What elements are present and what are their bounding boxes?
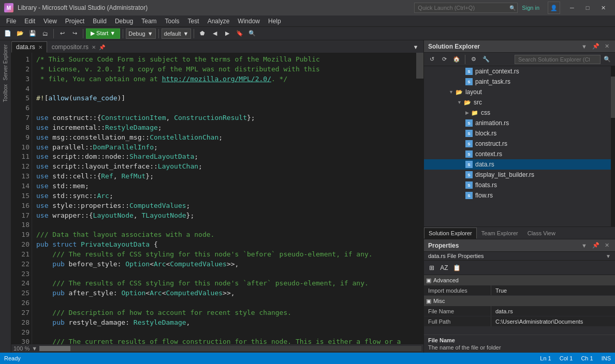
- status-bar: Ready Ln 1 Col 1 Ch 1 INS: [0, 353, 615, 364]
- toolbar-redo[interactable]: ↪: [69, 28, 80, 39]
- se-tab-class-view[interactable]: Class View: [523, 228, 560, 239]
- sidebar-tab-toolbox[interactable]: Toolbox: [2, 82, 9, 104]
- sidebar-tab-server-explorer[interactable]: Server Explorer: [2, 42, 9, 82]
- se-item-label: paint_context.rs: [475, 68, 519, 75]
- horizontal-scrollbar-thumb[interactable]: [39, 346, 70, 351]
- minimize-button[interactable]: ─: [564, 3, 580, 13]
- start-button[interactable]: ▶ Start ▼: [86, 28, 120, 39]
- menu-file[interactable]: File: [2, 16, 20, 27]
- se-item-layout[interactable]: ▼ 📂 layout: [424, 87, 615, 97]
- tab-data-rs[interactable]: data.rs ✕: [11, 41, 47, 53]
- menu-view[interactable]: View: [39, 16, 61, 27]
- se-scrollbar[interactable]: [611, 66, 615, 226]
- se-tab-solution-explorer[interactable]: Solution Explorer: [424, 228, 477, 239]
- vertical-scrollbar-thumb[interactable]: [416, 53, 423, 79]
- props-section-misc-header[interactable]: ▣ Misc: [424, 296, 615, 306]
- toolbar-save-all[interactable]: 🗂: [39, 28, 51, 39]
- quick-launch-input[interactable]: [414, 3, 518, 13]
- rs-icon: S: [465, 140, 473, 147]
- se-home-btn[interactable]: 🏠: [451, 54, 462, 65]
- se-tabs: Solution Explorer Team Explorer Class Vi…: [424, 226, 615, 239]
- se-search-input[interactable]: [515, 55, 601, 64]
- se-item-flow[interactable]: S flow.rs: [424, 190, 615, 201]
- toolbar-breakpoint[interactable]: ⬟: [197, 28, 208, 39]
- menu-debug[interactable]: Debug: [111, 16, 137, 27]
- person-icon[interactable]: 👤: [548, 2, 560, 14]
- menu-build[interactable]: Build: [89, 16, 111, 27]
- code-content[interactable]: /* This Source Code Form is subject to t…: [32, 53, 423, 344]
- sign-in-link[interactable]: Sign in: [522, 5, 539, 11]
- menu-team[interactable]: Team: [137, 16, 160, 27]
- props-property-pages-btn[interactable]: 📋: [451, 263, 462, 273]
- toolbar-open[interactable]: 📂: [14, 28, 26, 39]
- vs-logo-icon: M: [4, 3, 13, 12]
- toolbar-find[interactable]: 🔍: [246, 28, 258, 39]
- se-header-icons: ▼ 📌 ✕: [580, 42, 611, 50]
- tab-data-rs-close[interactable]: ✕: [38, 44, 42, 50]
- props-categories-btn[interactable]: ⊞: [426, 263, 437, 273]
- se-item-src[interactable]: ▼ 📂 src: [424, 97, 615, 108]
- tab-list-button[interactable]: ▼: [410, 41, 421, 53]
- se-item-block[interactable]: S block.rs: [424, 128, 615, 139]
- toolbar-nav2[interactable]: ▶: [222, 28, 233, 39]
- close-button[interactable]: ✕: [595, 3, 611, 13]
- restore-button[interactable]: □: [580, 3, 595, 13]
- zoom-dropdown[interactable]: ▼: [32, 345, 37, 352]
- se-item-animation[interactable]: S animation.rs: [424, 118, 615, 128]
- props-description: File Name The name of the file or folder: [424, 335, 615, 353]
- se-collapse-icon[interactable]: ▼: [580, 43, 589, 50]
- se-refresh-btn[interactable]: ⟳: [438, 54, 450, 65]
- props-pin-icon[interactable]: 📌: [591, 241, 601, 249]
- se-item-data-rs[interactable]: S data.rs: [424, 159, 615, 170]
- debug-config-dropdown[interactable]: Debug ▼: [126, 28, 155, 39]
- toolbar-bookmark[interactable]: 🔖: [234, 28, 245, 39]
- menu-help[interactable]: Help: [264, 16, 285, 27]
- toolbar-nav1[interactable]: ◀: [209, 28, 221, 39]
- tab-compositor-rs[interactable]: compositor.rs ✕ 📌: [47, 41, 110, 53]
- se-sync-btn[interactable]: ↺: [426, 54, 437, 65]
- se-item-label: flow.rs: [475, 192, 493, 199]
- rs-icon: S: [465, 68, 473, 75]
- se-item-paint-context[interactable]: S paint_context.rs: [424, 66, 615, 77]
- se-pin-icon[interactable]: 📌: [591, 42, 601, 50]
- menu-test[interactable]: Test: [184, 16, 203, 27]
- props-collapse-icon[interactable]: ▼: [580, 242, 589, 249]
- tab-data-rs-label: data.rs: [16, 43, 35, 51]
- se-tab-team-explorer[interactable]: Team Explorer: [477, 228, 523, 239]
- tab-compositor-rs-close[interactable]: ✕: [92, 44, 96, 50]
- title-text: Library - Microsoft Visual Studio (Admin…: [18, 4, 148, 11]
- se-item-paint-task[interactable]: S paint_task.rs: [424, 77, 615, 87]
- toolbar-undo[interactable]: ↩: [56, 28, 68, 39]
- se-item-display-list[interactable]: S display_list_builder.rs: [424, 170, 615, 180]
- toolbar-save[interactable]: 💾: [27, 28, 38, 39]
- se-item-css[interactable]: ▶ 📁 css: [424, 108, 615, 118]
- menu-window[interactable]: Window: [233, 16, 264, 27]
- toolbar-new-project[interactable]: 📄: [2, 28, 13, 39]
- props-header-icons: ▼ 📌 ✕: [580, 241, 611, 249]
- se-close-icon[interactable]: ✕: [603, 42, 611, 50]
- se-item-context[interactable]: S context.rs: [424, 149, 615, 159]
- menu-edit[interactable]: Edit: [20, 16, 39, 27]
- zoom-level: 100 %: [13, 345, 30, 352]
- se-item-construct[interactable]: S construct.rs: [424, 139, 615, 149]
- search-icon: 🔍: [509, 5, 516, 11]
- platform-dropdown[interactable]: default ▼: [162, 28, 192, 39]
- tab-compositor-rs-label: compositor.rs: [52, 43, 89, 51]
- menu-project[interactable]: Project: [61, 16, 89, 27]
- debug-config-arrow: ▼: [148, 31, 153, 37]
- props-file-dropdown[interactable]: ▼: [606, 253, 611, 259]
- props-section-advanced-header[interactable]: ▣ Advanced: [424, 275, 615, 285]
- se-search-icon[interactable]: 🔍: [602, 54, 613, 65]
- props-close-icon[interactable]: ✕: [603, 241, 611, 249]
- quick-launch-container: 🔍: [414, 3, 518, 13]
- props-alphabetical-btn[interactable]: AZ: [438, 263, 450, 273]
- props-section-misc-label: Misc: [433, 298, 445, 304]
- se-scrollbar-thumb[interactable]: [611, 77, 615, 118]
- menu-tools[interactable]: Tools: [161, 16, 184, 27]
- se-wrench-btn[interactable]: 🔧: [480, 54, 492, 65]
- se-settings-btn[interactable]: ⚙: [468, 54, 479, 65]
- editor-scrollbar[interactable]: [416, 53, 423, 344]
- se-item-floats[interactable]: S floats.rs: [424, 180, 615, 190]
- horizontal-scrollbar[interactable]: [39, 346, 421, 351]
- menu-analyze[interactable]: Analyze: [203, 16, 234, 27]
